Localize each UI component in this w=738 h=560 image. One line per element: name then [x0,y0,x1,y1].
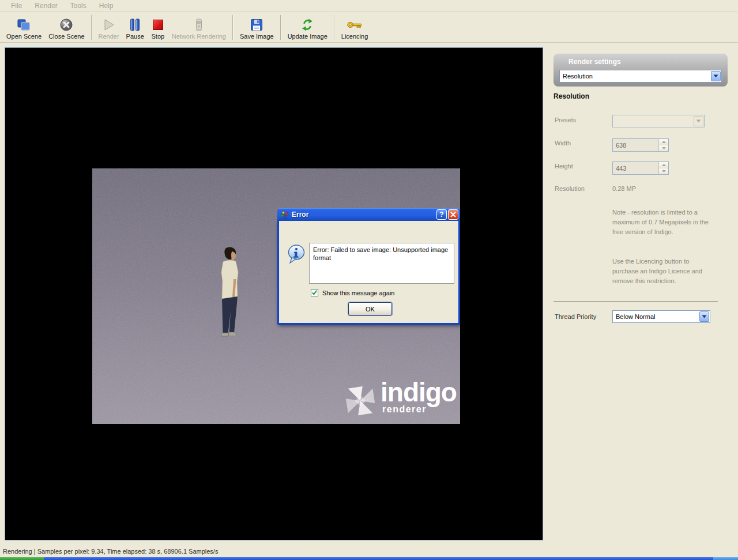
dialog-close-button[interactable] [448,209,458,220]
toolbar-separator [334,15,335,40]
person-figure [214,246,244,343]
close-scene-label: Close Scene [48,33,84,40]
update-image-button[interactable]: Update Image [284,13,331,42]
width-spin-down[interactable] [659,145,668,151]
error-message-text: Error: Failed to save image: Unsupported… [313,246,448,261]
update-image-label: Update Image [288,33,327,40]
show-message-row: Show this message again [311,289,394,296]
show-message-checkbox[interactable] [311,289,318,296]
licencing-button[interactable]: Licencing [338,13,371,42]
menu-help[interactable]: Help [93,0,120,12]
save-image-icon [250,17,263,32]
stop-label: Stop [151,33,164,40]
licencing-key-icon [347,17,362,32]
presets-label: Presets [555,116,576,123]
resolution-section-title: Resolution [554,92,589,100]
open-scene-button[interactable]: Open Scene [3,13,45,42]
height-spin-up[interactable] [659,162,668,168]
dialog-title: Error [292,211,435,219]
info-icon [287,244,306,264]
error-message-box: Error: Failed to save image: Unsupported… [309,243,454,284]
thread-priority-label: Thread Priority [555,313,596,320]
save-image-label: Save Image [240,33,274,40]
taskbar-edge [0,557,738,560]
error-dialog: Error ? [277,221,460,325]
status-bar: Rendering | Samples per pixel: 9.34, Tim… [3,548,218,555]
chevron-down-icon [662,170,666,172]
save-image-button[interactable]: Save Image [236,13,277,42]
chevron-up-icon [662,141,666,143]
ok-button[interactable]: OK [348,302,392,315]
pause-button[interactable]: Pause [123,13,148,42]
render-settings-panel: Render settings Resolution [554,54,728,87]
open-scene-label: Open Scene [6,33,42,40]
checkbox-label: Show this message again [322,290,394,296]
pause-icon [129,17,141,32]
width-spinner [658,139,668,151]
settings-category-arrow-button[interactable] [711,71,721,81]
start-button-edge[interactable] [0,557,44,560]
width-label: Width [555,140,571,146]
menu-tools[interactable]: Tools [64,0,93,12]
width-input[interactable] [613,139,658,151]
close-scene-icon [59,17,73,32]
menu-render[interactable]: Render [28,0,63,12]
error-dialog-titlebar[interactable]: Error ? [277,208,460,221]
height-field [612,161,669,175]
checkbox-check-icon [311,290,318,296]
close-icon [450,211,457,218]
settings-category-dropdown[interactable]: Resolution [559,70,722,82]
indigo-watermark: indigo renderer [342,379,457,419]
render-label: Render [99,33,119,40]
height-input[interactable] [613,162,658,174]
toolbar-separator [91,15,92,40]
width-spin-up[interactable] [659,139,668,145]
presets-arrow-button [694,116,703,126]
watermark-text: indigo renderer [381,379,457,414]
indigo-pinwheel-icon [342,383,378,419]
render-play-icon [102,17,116,32]
chevron-down-icon [696,119,701,123]
chevron-down-icon [662,147,666,149]
chevron-down-icon [713,74,718,78]
network-rendering-label: Network Rendering [172,33,226,40]
stop-icon [151,17,165,32]
render-button[interactable]: Render [95,13,123,42]
free-version-note: Note - resolution is limited to a maximu… [612,208,710,237]
height-spin-down[interactable] [659,168,668,174]
height-label: Height [555,163,573,170]
menu-file[interactable]: File [5,0,28,12]
stop-button[interactable]: Stop [148,13,168,42]
dialog-app-icon [280,211,289,219]
thread-priority-value: Below Normal [613,313,699,320]
thread-priority-arrow-button[interactable] [699,311,709,322]
chevron-up-icon [662,164,666,166]
resolution-label: Resolution [555,185,585,192]
toolbar-separator [232,15,234,40]
update-image-icon [300,17,314,32]
help-glyph: ? [439,211,443,219]
height-spinner [658,162,668,174]
network-rendering-icon [192,17,206,32]
settings-category-value: Resolution [560,73,711,80]
system-tray-edge [713,557,738,560]
render-settings-title: Render settings [568,58,621,66]
licence-note: Use the Licencing button to purchase an … [612,257,710,286]
resolution-value: 0.28 MP [612,185,636,192]
network-rendering-button[interactable]: Network Rendering [168,13,229,42]
licencing-label: Licencing [341,33,368,40]
open-scene-icon [17,17,31,32]
error-dialog-body: Error: Failed to save image: Unsupported… [279,221,458,310]
toolbar: Open Scene Close Scene Rende [0,13,738,43]
presets-dropdown [612,115,705,127]
thread-priority-dropdown[interactable]: Below Normal [612,310,710,323]
chevron-down-icon [702,315,707,318]
app-window: File Render Tools Help Open Scene [0,0,738,560]
width-field [612,138,669,152]
dialog-help-button[interactable]: ? [436,209,447,220]
pause-label: Pause [126,33,144,40]
menu-bar: File Render Tools Help [0,0,738,12]
close-scene-button[interactable]: Close Scene [45,13,88,42]
status-text: Rendering | Samples per pixel: 9.34, Tim… [3,548,218,555]
watermark-title: indigo [381,379,457,405]
